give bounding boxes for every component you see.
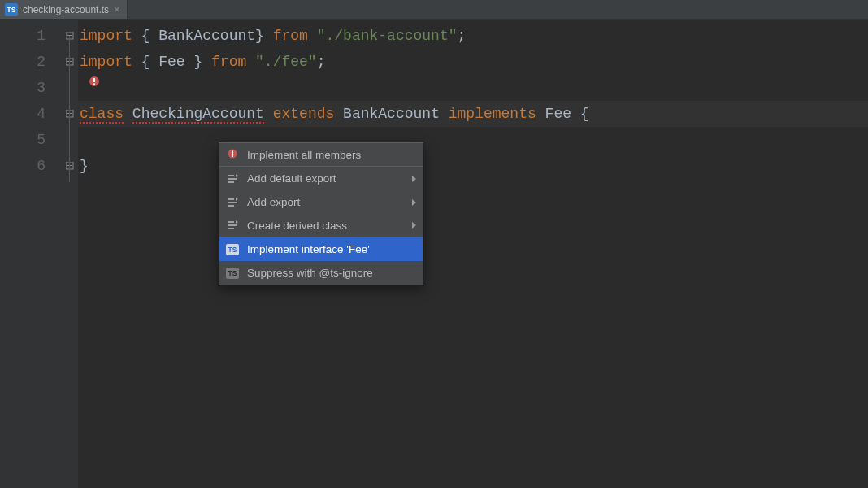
tab-filename: checking-account.ts <box>23 4 109 15</box>
svg-rect-12 <box>232 151 233 155</box>
svg-rect-9 <box>93 78 95 82</box>
submenu-arrow-icon <box>412 176 416 182</box>
close-icon[interactable]: × <box>114 3 120 15</box>
submenu-arrow-icon <box>412 199 416 206</box>
line-number: 6 <box>0 153 46 179</box>
intention-label: Suppress with @ts-ignore <box>247 267 416 279</box>
line-number: 4 <box>0 101 46 127</box>
code-line: import { BankAccount} from "./bank-accou… <box>78 23 868 49</box>
fold-end-marker[interactable] <box>62 153 78 179</box>
line-number: 5 <box>0 127 46 153</box>
code-area[interactable]: import { BankAccount} from "./bank-accou… <box>78 20 868 488</box>
refactor-icon <box>226 196 239 209</box>
fold-gutter <box>62 20 78 488</box>
intention-bulb-icon[interactable] <box>88 75 101 88</box>
intention-label: Implement all members <box>247 149 416 161</box>
line-number: 1 <box>0 23 46 49</box>
tab-checking-account[interactable]: TS checking-account.ts × <box>0 0 128 19</box>
code-line-active: class CheckingAccount extends BankAccoun… <box>78 101 868 127</box>
refactor-icon <box>226 172 239 185</box>
error-bulb-icon <box>226 148 239 161</box>
intention-label: Add default export <box>247 172 404 185</box>
line-number: 3 <box>0 75 46 101</box>
code-line <box>78 127 868 153</box>
intention-item-add-default-export[interactable]: Add default export <box>219 167 423 190</box>
code-editor[interactable]: 1 2 3 4 5 6 import { BankAccount} from "… <box>0 20 868 488</box>
code-line: import { Fee } from "./fee"; <box>78 49 868 75</box>
typescript-icon: TS <box>226 244 239 255</box>
refactor-icon <box>226 219 239 232</box>
fold-marker[interactable] <box>62 23 78 49</box>
intention-item-suppress-ts-ignore[interactable]: TS Suppress with @ts-ignore <box>219 261 423 285</box>
intention-item-create-derived[interactable]: Create derived class <box>219 214 423 237</box>
intention-item-add-export[interactable]: Add export <box>219 190 423 214</box>
code-line: } <box>78 153 868 179</box>
intention-item-implement-all[interactable]: Implement all members <box>219 143 423 167</box>
tab-bar: TS checking-account.ts × <box>0 0 868 20</box>
intention-item-implement-interface[interactable]: TS Implement interface 'Fee' <box>219 237 423 261</box>
typescript-icon: TS <box>226 268 239 279</box>
submenu-arrow-icon <box>412 222 416 229</box>
intention-label: Implement interface 'Fee' <box>247 243 416 255</box>
svg-rect-13 <box>232 155 233 157</box>
typescript-icon: TS <box>5 3 18 16</box>
fold-marker[interactable] <box>62 101 78 127</box>
intention-label: Add export <box>247 196 404 208</box>
line-number: 2 <box>0 49 46 75</box>
fold-marker[interactable] <box>62 49 78 75</box>
intention-label: Create derived class <box>247 220 404 232</box>
svg-rect-10 <box>93 84 95 85</box>
code-line <box>78 75 868 101</box>
line-number-gutter: 1 2 3 4 5 6 <box>0 20 62 488</box>
intention-popup: Implement all members Add default export… <box>219 142 423 285</box>
